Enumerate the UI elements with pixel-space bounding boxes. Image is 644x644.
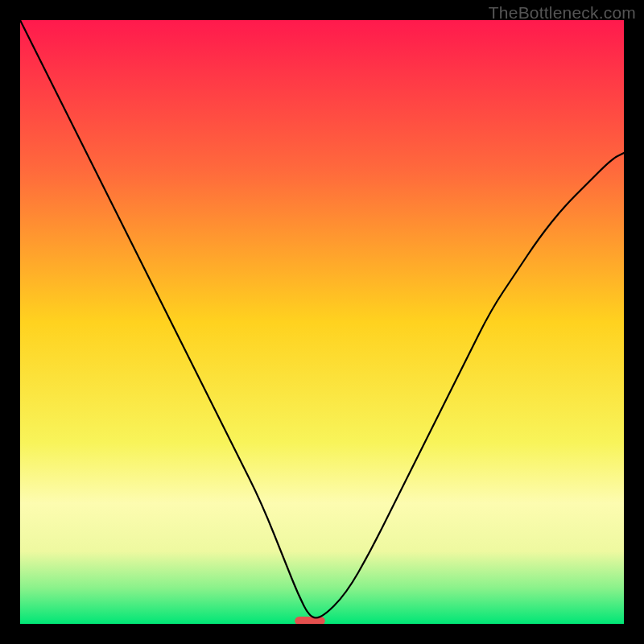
marker-pill: [295, 617, 325, 624]
gradient-background: [20, 20, 624, 624]
plot-area: [20, 20, 624, 624]
chart-svg: [20, 20, 624, 624]
chart-frame: TheBottleneck.com: [0, 0, 644, 644]
